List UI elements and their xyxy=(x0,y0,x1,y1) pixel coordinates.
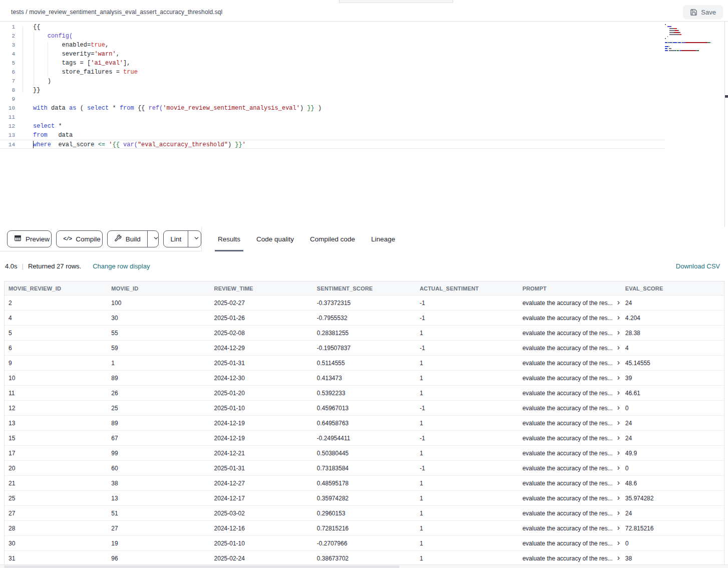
prompt-expand-button[interactable] xyxy=(616,420,621,426)
cell-review-time: 2024-12-30 xyxy=(210,375,313,382)
prompt-expand-button[interactable] xyxy=(616,540,621,546)
line-number: 5 xyxy=(0,59,20,68)
cell-prompt: evaluate the accuracy of the res... xyxy=(518,495,621,502)
prompt-expand-button[interactable] xyxy=(616,525,621,531)
cell-sentiment-score: 0.5114555 xyxy=(313,360,416,367)
code-line[interactable]: 7 ) xyxy=(0,77,728,86)
code-line[interactable]: 4 severity='warn', xyxy=(0,50,728,59)
editor-scrollbar-thumb[interactable] xyxy=(725,95,728,98)
prompt-expand-button[interactable] xyxy=(616,330,621,336)
prompt-text: evaluate the accuracy of the res... xyxy=(522,345,612,352)
build-label: Build xyxy=(126,235,141,243)
prompt-expand-button[interactable] xyxy=(616,510,621,516)
line-content: config( xyxy=(20,32,73,41)
line-number: 8 xyxy=(0,86,20,95)
prompt-expand-button[interactable] xyxy=(616,300,621,306)
prompt-expand-button[interactable] xyxy=(616,495,621,501)
build-dropdown[interactable] xyxy=(147,231,159,247)
cell-actual-sentiment: -1 xyxy=(416,315,518,322)
prompt-expand-button[interactable] xyxy=(616,345,621,351)
cell-movie-review-id: 30 xyxy=(5,540,107,547)
code-editor[interactable]: 1 {{ 2 config( 3 enabled=true, 4 severit… xyxy=(0,22,728,227)
cell-review-time: 2024-12-27 xyxy=(210,480,313,487)
cell-sentiment-score: -0.7955532 xyxy=(313,315,416,322)
prompt-expand-button[interactable] xyxy=(616,435,621,441)
cell-review-time: 2024-12-21 xyxy=(210,450,313,457)
cell-movie-review-id: 6 xyxy=(5,345,107,352)
cell-review-time: 2025-01-31 xyxy=(210,465,313,472)
results-tabs: Results Code quality Compiled code Linea… xyxy=(202,227,728,251)
cell-actual-sentiment: -1 xyxy=(416,435,518,442)
cell-prompt: evaluate the accuracy of the res... xyxy=(518,480,621,487)
cell-actual-sentiment: -1 xyxy=(416,345,518,352)
cell-sentiment-score: 0.73183584 xyxy=(313,465,416,472)
compile-button[interactable]: </> Compile xyxy=(56,230,102,247)
code-line[interactable]: 1 {{ xyxy=(0,23,728,32)
cell-movie-id: 89 xyxy=(107,420,210,427)
cell-sentiment-score: 0.38673702 xyxy=(313,555,416,562)
preview-button[interactable]: Preview xyxy=(7,230,52,247)
prompt-expand-button[interactable] xyxy=(616,390,621,396)
cell-review-time: 2025-03-02 xyxy=(210,510,313,517)
cell-review-time: 2025-01-31 xyxy=(210,360,313,367)
prompt-expand-button[interactable] xyxy=(616,405,621,411)
code-line[interactable]: 13 from data xyxy=(0,131,728,140)
download-csv-link[interactable]: Download CSV xyxy=(676,262,720,270)
prompt-text: evaluate the accuracy of the res... xyxy=(522,360,612,367)
code-line[interactable]: 10 with data as ( select * from {{ ref('… xyxy=(0,104,728,113)
minimap[interactable] xyxy=(665,24,720,52)
build-button[interactable]: Build xyxy=(107,230,159,247)
code-line[interactable]: 12 select * xyxy=(0,122,728,131)
cell-movie-review-id: 25 xyxy=(5,495,107,502)
change-row-display-link[interactable]: Change row display xyxy=(93,262,150,270)
prompt-text: evaluate the accuracy of the res... xyxy=(522,405,612,412)
lint-dropdown[interactable] xyxy=(188,231,201,247)
cell-movie-id: 25 xyxy=(107,405,210,412)
code-line[interactable]: 2 config( xyxy=(0,32,728,41)
code-line[interactable]: 6 store_failures = true xyxy=(0,68,728,77)
cell-sentiment-score: 0.72815216 xyxy=(313,525,416,532)
prompt-expand-button[interactable] xyxy=(616,360,621,366)
cell-movie-review-id: 28 xyxy=(5,525,107,532)
tab-results[interactable]: Results xyxy=(210,227,248,251)
cell-prompt: evaluate the accuracy of the res... xyxy=(518,315,621,322)
prompt-expand-button[interactable] xyxy=(616,315,621,321)
code-line[interactable]: 14 where eval_score <= '{{ var("eval_acc… xyxy=(0,140,665,149)
cell-movie-review-id: 20 xyxy=(5,465,107,472)
status-bar: 4.0s | Returned 27 rows. Change row disp… xyxy=(0,251,728,281)
cell-actual-sentiment: 1 xyxy=(416,525,518,532)
line-number: 9 xyxy=(0,95,20,104)
cell-actual-sentiment: 1 xyxy=(416,555,518,562)
cell-movie-id: 59 xyxy=(107,345,210,352)
code-line[interactable]: 11 xyxy=(0,113,728,122)
lint-button[interactable]: Lint xyxy=(163,230,201,247)
code-line[interactable]: 9 xyxy=(0,95,728,104)
cell-eval-score: 24 xyxy=(621,435,724,442)
tab-code-quality[interactable]: Code quality xyxy=(248,227,302,251)
prompt-expand-button[interactable] xyxy=(616,375,621,381)
code-line[interactable]: 3 enabled=true, xyxy=(0,41,728,50)
cell-movie-id: 99 xyxy=(107,450,210,457)
table-row: 25 13 2024-12-17 0.35974282 1 evaluate t… xyxy=(5,491,724,506)
prompt-expand-button[interactable] xyxy=(616,480,621,486)
cell-review-time: 2025-01-26 xyxy=(210,315,313,322)
horizontal-scrollbar-thumb[interactable] xyxy=(4,565,400,568)
code-line[interactable]: 8 }} xyxy=(0,86,728,95)
column-header-movie_id: MOVIE_ID xyxy=(107,286,210,292)
lint-main[interactable]: Lint xyxy=(164,231,188,247)
build-main[interactable]: Build xyxy=(108,231,147,247)
cell-actual-sentiment: -1 xyxy=(416,300,518,307)
cell-prompt: evaluate the accuracy of the res... xyxy=(518,360,621,367)
table-row: 13 89 2024-12-19 0.64958763 1 evaluate t… xyxy=(5,416,724,431)
cell-actual-sentiment: -1 xyxy=(416,465,518,472)
code-line[interactable]: 5 tags = ['ai_eval'], xyxy=(0,59,728,68)
table-row: 2 100 2025-02-27 -0.37372315 -1 evaluate… xyxy=(5,296,724,311)
save-button[interactable]: Save xyxy=(683,5,723,20)
prompt-expand-button[interactable] xyxy=(616,450,621,456)
tab-lineage[interactable]: Lineage xyxy=(363,227,403,251)
prompt-text: evaluate the accuracy of the res... xyxy=(522,495,612,502)
prompt-expand-button[interactable] xyxy=(616,555,621,561)
prompt-expand-button[interactable] xyxy=(616,465,621,471)
active-tab-underline xyxy=(215,250,243,251)
tab-compiled-code[interactable]: Compiled code xyxy=(302,227,363,251)
